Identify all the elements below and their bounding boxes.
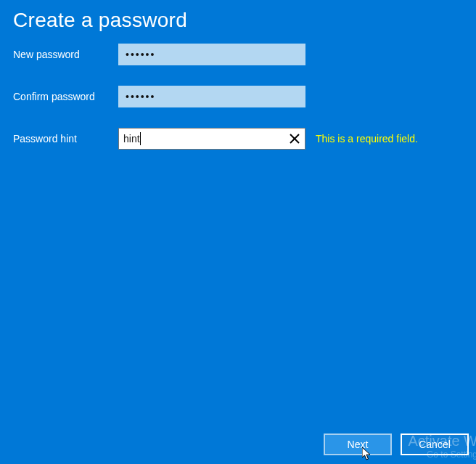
label-confirm-password: Confirm password xyxy=(13,91,118,102)
cancel-button[interactable]: Cancel xyxy=(401,434,469,455)
row-confirm-password: Confirm password xyxy=(13,86,463,107)
clear-input-button[interactable] xyxy=(288,132,301,145)
hint-required-message: This is a required field. xyxy=(316,133,418,145)
close-icon xyxy=(290,134,300,144)
field-wrap-confirm-password xyxy=(118,86,305,107)
field-wrap-new-password xyxy=(118,44,305,65)
row-password-hint: Password hint This is a required field. xyxy=(13,128,463,150)
footer-buttons: Next Cancel xyxy=(324,434,469,455)
row-new-password: New password xyxy=(13,44,463,65)
page-title: Create a password xyxy=(0,0,476,32)
label-password-hint: Password hint xyxy=(13,133,118,145)
next-button[interactable]: Next xyxy=(324,434,392,455)
password-form: New password Confirm password Password h… xyxy=(0,32,476,150)
field-wrap-password-hint xyxy=(118,128,305,150)
new-password-input[interactable] xyxy=(118,44,305,65)
confirm-password-input[interactable] xyxy=(118,86,305,107)
password-hint-input[interactable] xyxy=(118,128,305,150)
text-caret xyxy=(140,132,141,145)
label-new-password: New password xyxy=(13,49,118,60)
